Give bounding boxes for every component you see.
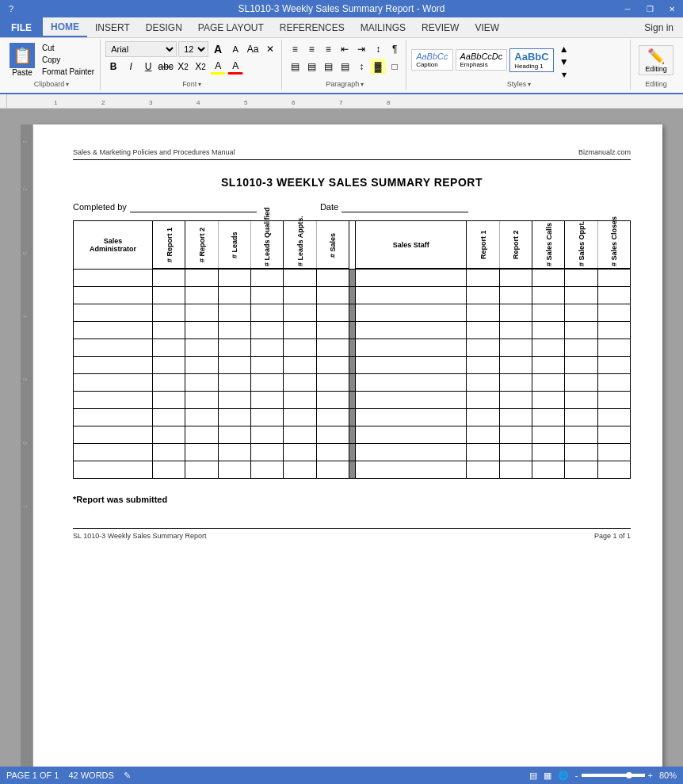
table-cell[interactable] <box>467 270 499 287</box>
line-spacing-button[interactable]: ↕ <box>353 59 369 75</box>
table-cell[interactable] <box>153 287 185 304</box>
numbering-button[interactable]: ≡ <box>303 41 319 57</box>
table-cell[interactable] <box>532 392 565 409</box>
table-cell[interactable] <box>284 461 316 479</box>
table-cell[interactable] <box>153 322 185 339</box>
table-cell[interactable] <box>467 426 499 444</box>
table-cell[interactable] <box>153 339 185 357</box>
table-cell[interactable] <box>467 357 499 374</box>
table-cell[interactable] <box>532 339 565 357</box>
table-cell[interactable] <box>597 287 630 304</box>
table-cell[interactable] <box>499 339 532 357</box>
table-cell[interactable] <box>499 322 532 339</box>
menu-view[interactable]: VIEW <box>467 17 507 37</box>
table-cell[interactable] <box>218 461 250 479</box>
styles-up-button[interactable]: ▲ <box>556 43 572 55</box>
table-cell[interactable] <box>499 392 532 409</box>
table-cell[interactable] <box>467 304 499 322</box>
table-cell[interactable] <box>284 426 316 444</box>
table-cell[interactable] <box>316 461 349 479</box>
table-cell[interactable] <box>185 426 218 444</box>
table-cell[interactable] <box>565 461 597 479</box>
table-cell[interactable] <box>316 322 349 339</box>
paste-button[interactable]: 📋 Paste <box>6 41 38 78</box>
sort-button[interactable]: ↕ <box>370 41 386 57</box>
date-field[interactable] <box>342 201 468 212</box>
table-cell[interactable] <box>316 357 349 374</box>
table-cell[interactable] <box>532 287 565 304</box>
styles-expand-button[interactable]: ▾ <box>556 68 572 79</box>
table-cell[interactable] <box>355 304 467 322</box>
table-cell[interactable] <box>185 444 218 461</box>
table-cell[interactable] <box>565 287 597 304</box>
table-cell[interactable] <box>532 357 565 374</box>
bullets-button[interactable]: ≡ <box>287 41 303 57</box>
file-menu[interactable]: FILE <box>0 17 43 37</box>
restore-button[interactable]: ❐ <box>639 0 661 17</box>
table-cell[interactable] <box>355 287 467 304</box>
completed-by-field[interactable] <box>130 201 257 212</box>
table-cell[interactable] <box>284 444 316 461</box>
table-cell[interactable] <box>284 374 316 392</box>
italic-button[interactable]: I <box>123 59 139 75</box>
table-cell[interactable] <box>467 287 499 304</box>
table-cell[interactable] <box>316 339 349 357</box>
table-cell[interactable] <box>355 374 467 392</box>
table-cell[interactable] <box>467 339 499 357</box>
menu-design[interactable]: DESIGN <box>138 17 190 37</box>
table-cell[interactable] <box>565 409 597 426</box>
table-cell[interactable] <box>532 304 565 322</box>
zoom-out-button[interactable]: - <box>575 771 578 780</box>
table-cell[interactable] <box>467 392 499 409</box>
table-cell[interactable] <box>250 322 283 339</box>
table-cell[interactable] <box>74 461 153 479</box>
table-cell[interactable] <box>250 392 283 409</box>
table-cell[interactable] <box>597 270 630 287</box>
table-cell[interactable] <box>153 392 185 409</box>
table-cell[interactable] <box>250 270 283 287</box>
table-cell[interactable] <box>185 357 218 374</box>
table-cell[interactable] <box>565 270 597 287</box>
table-cell[interactable] <box>499 304 532 322</box>
table-cell[interactable] <box>153 409 185 426</box>
table-cell[interactable] <box>597 392 630 409</box>
table-cell[interactable] <box>532 409 565 426</box>
table-cell[interactable] <box>185 270 218 287</box>
table-cell[interactable] <box>355 409 467 426</box>
table-cell[interactable] <box>499 426 532 444</box>
table-cell[interactable] <box>218 426 250 444</box>
increase-font-button[interactable]: A <box>210 41 226 57</box>
table-cell[interactable] <box>597 461 630 479</box>
table-cell[interactable] <box>316 304 349 322</box>
table-cell[interactable] <box>355 392 467 409</box>
table-cell[interactable] <box>218 287 250 304</box>
table-cell[interactable] <box>355 461 467 479</box>
table-cell[interactable] <box>499 409 532 426</box>
menu-mailings[interactable]: MAILINGS <box>353 17 414 37</box>
table-cell[interactable] <box>250 304 283 322</box>
table-cell[interactable] <box>218 444 250 461</box>
shading-button[interactable]: ▓ <box>370 59 386 75</box>
table-cell[interactable] <box>250 339 283 357</box>
table-cell[interactable] <box>565 322 597 339</box>
table-cell[interactable] <box>218 304 250 322</box>
style-emphasis[interactable]: AaBbCcDc Emphasis <box>456 49 508 71</box>
increase-indent-button[interactable]: ⇥ <box>353 41 369 57</box>
table-cell[interactable] <box>185 374 218 392</box>
justify-button[interactable]: ▤ <box>337 59 353 75</box>
table-cell[interactable] <box>355 339 467 357</box>
table-cell[interactable] <box>355 357 467 374</box>
table-cell[interactable] <box>565 444 597 461</box>
table-cell[interactable] <box>597 409 630 426</box>
table-cell[interactable] <box>284 357 316 374</box>
table-cell[interactable] <box>218 357 250 374</box>
copy-button[interactable]: Copy <box>40 55 97 65</box>
table-cell[interactable] <box>316 444 349 461</box>
web-layout-icon[interactable]: 🌐 <box>558 771 569 781</box>
table-cell[interactable] <box>597 374 630 392</box>
table-cell[interactable] <box>74 287 153 304</box>
table-cell[interactable] <box>153 461 185 479</box>
font-expand-icon[interactable]: ▾ <box>198 81 201 88</box>
menu-page-layout[interactable]: PAGE LAYOUT <box>190 17 272 37</box>
table-cell[interactable] <box>153 426 185 444</box>
